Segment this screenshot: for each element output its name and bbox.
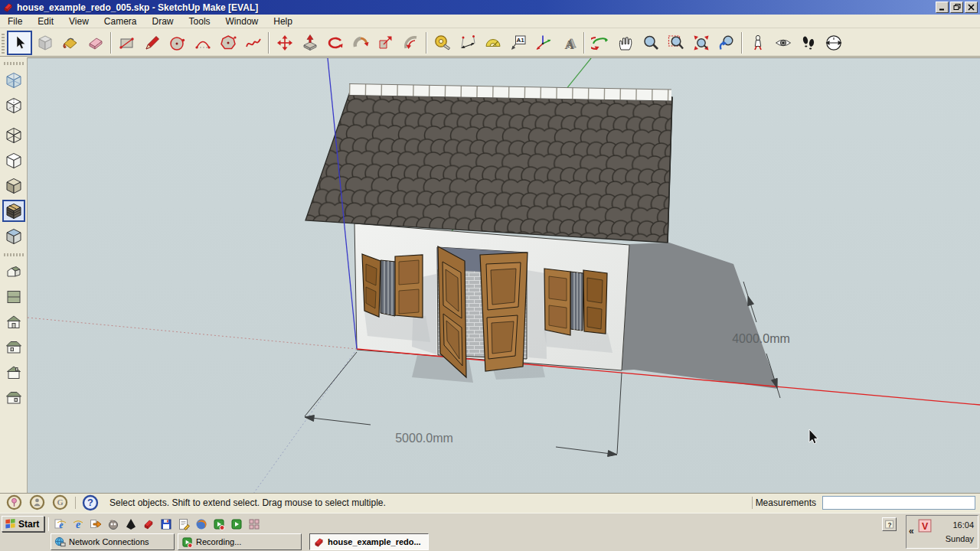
tool-scale[interactable]	[373, 31, 398, 55]
status-separator-right	[752, 497, 753, 509]
tool-view-iso[interactable]	[2, 260, 25, 282]
help-icon: ?	[82, 494, 99, 511]
tool-pan[interactable]	[612, 31, 638, 55]
tool-circle[interactable]	[165, 31, 190, 55]
protractor-icon	[484, 34, 502, 52]
tool-protractor[interactable]	[480, 31, 505, 55]
tool-paint-bucket[interactable]	[57, 31, 83, 55]
menu-tools[interactable]: Tools	[181, 15, 218, 28]
start-button[interactable]: Start	[2, 516, 44, 532]
tool-view-front[interactable]	[2, 311, 25, 333]
status-message: Select objects. Shift to extend select. …	[109, 497, 749, 508]
tray-help-button[interactable]: ?	[882, 517, 897, 531]
quicklaunch-send-mail[interactable]	[88, 517, 103, 531]
clock-time: 16:04	[946, 518, 974, 532]
tray-chevron[interactable]: «	[909, 526, 914, 536]
tool-view-left[interactable]	[2, 386, 25, 409]
quicklaunch-inkscape[interactable]	[123, 517, 139, 531]
tool-monochrome[interactable]	[2, 225, 25, 247]
svg-text:?: ?	[87, 497, 93, 508]
tool-arc[interactable]	[190, 31, 215, 55]
screen: house_example_redo_005.skp - SketchUp Ma…	[0, 0, 980, 551]
tool-rotate[interactable]	[322, 31, 348, 55]
menu-view[interactable]: View	[61, 15, 96, 28]
tool-shaded-textures[interactable]	[2, 200, 25, 222]
tool-3d-text[interactable]: AA	[556, 31, 581, 55]
iedoc-icon: e	[54, 518, 67, 530]
restore-button[interactable]	[950, 2, 963, 13]
signin-button[interactable]: G	[52, 494, 69, 511]
quicklaunch-firefox[interactable]	[194, 517, 209, 531]
toolbar-grip[interactable]	[4, 253, 24, 256]
taskbar-window-0[interactable]: Network Connections	[51, 533, 175, 550]
tool-dimension[interactable]	[455, 31, 480, 55]
credits-button[interactable]	[29, 494, 46, 511]
tool-zoom-extents[interactable]	[688, 31, 714, 55]
minimize-icon	[939, 4, 946, 11]
close-icon	[968, 4, 975, 11]
tool-view-top[interactable]	[2, 285, 25, 308]
tool-offset[interactable]	[398, 31, 423, 55]
help-button[interactable]: ?	[82, 494, 99, 511]
tool-view-right[interactable]	[2, 336, 25, 358]
tool-position-camera[interactable]	[745, 31, 770, 55]
make-component-icon	[36, 34, 54, 52]
quicklaunch-vnc-viewer[interactable]	[229, 517, 244, 531]
taskbar-windows: Network ConnectionsRecording...house_exa…	[51, 533, 429, 550]
tool-hidden-line[interactable]	[2, 149, 25, 171]
tool-back-edges[interactable]	[2, 94, 25, 116]
quicklaunch-sketchup[interactable]	[141, 517, 156, 531]
view-left-icon	[5, 389, 23, 407]
quicklaunch-internet-explorer-doc[interactable]: e	[53, 517, 68, 531]
close-button[interactable]	[965, 2, 978, 13]
geolocation-button[interactable]	[6, 494, 23, 511]
tool-tape-measure[interactable]	[430, 31, 455, 55]
tool-rectangle[interactable]	[114, 31, 139, 55]
tool-text[interactable]: A1	[505, 31, 531, 55]
menu-help[interactable]: Help	[266, 15, 300, 28]
quicklaunch-keyboard-grid[interactable]	[247, 517, 262, 531]
menu-edit[interactable]: Edit	[30, 15, 61, 28]
tool-xray[interactable]	[2, 69, 25, 91]
tool-walk[interactable]	[795, 31, 821, 55]
tool-zoom[interactable]	[638, 31, 663, 55]
menu-window[interactable]: Window	[218, 15, 266, 28]
tool-previous[interactable]	[714, 31, 739, 55]
taskbar-window-1[interactable]: Recording...	[178, 533, 302, 550]
tool-section-plane[interactable]	[821, 31, 846, 55]
measurements-input[interactable]	[822, 496, 975, 510]
menu-camera[interactable]: Camera	[96, 15, 145, 28]
tool-move[interactable]	[272, 31, 297, 55]
taskbar-window-2[interactable]: house_example_redo...	[309, 533, 429, 550]
tool-axes[interactable]	[531, 31, 556, 55]
tool-freehand[interactable]	[240, 31, 266, 55]
quicklaunch-text-editor[interactable]	[176, 517, 191, 531]
menu-draw[interactable]: Draw	[145, 15, 181, 28]
clock: 16:04 Sunday	[946, 518, 974, 546]
tool-eraser[interactable]	[83, 31, 108, 55]
minimize-button[interactable]	[936, 2, 949, 13]
toolbar-grip[interactable]	[4, 62, 24, 65]
tray-help-icon: ?	[885, 520, 894, 530]
quicklaunch-save-tool[interactable]	[158, 517, 174, 531]
antivirus-tray-icon[interactable]: V	[918, 519, 933, 534]
quicklaunch-vnc-recorder[interactable]	[211, 517, 227, 531]
tool-push-pull[interactable]	[297, 31, 322, 55]
menu-file[interactable]: File	[0, 15, 30, 28]
tool-view-back[interactable]	[2, 361, 25, 383]
tool-shaded[interactable]	[2, 174, 25, 197]
left-toolbar	[0, 57, 28, 493]
viewport[interactable]: 5000.0mm 4000.0mm	[28, 57, 980, 493]
tool-wireframe[interactable]	[2, 124, 25, 146]
tool-make-component[interactable]	[32, 31, 57, 55]
tool-follow-me[interactable]	[348, 31, 373, 55]
tool-zoom-window[interactable]	[663, 31, 688, 55]
tool-line[interactable]	[139, 31, 165, 55]
tool-polygon[interactable]	[215, 31, 240, 55]
toolbar-grip[interactable]	[2, 32, 5, 54]
quicklaunch-gimp[interactable]	[106, 517, 121, 531]
tool-orbit[interactable]	[587, 31, 612, 55]
tool-look-around[interactable]	[770, 31, 795, 55]
tool-select[interactable]	[7, 31, 32, 55]
quicklaunch-internet-explorer[interactable]: e	[70, 517, 86, 531]
